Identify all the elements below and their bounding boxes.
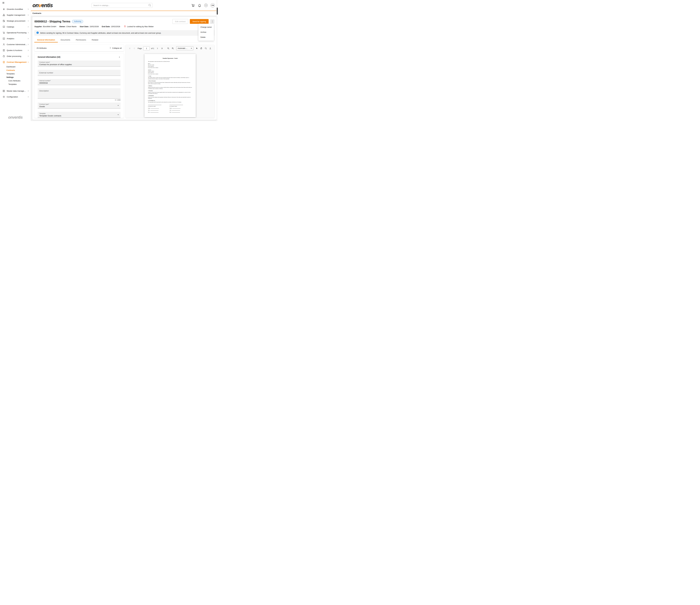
page-title: 00000012 - Shipping Terms: [34, 20, 70, 23]
sidebar-item-analytics[interactable]: Analytics: [0, 35, 31, 42]
notifications-bell-icon[interactable]: [198, 4, 201, 7]
info-icon: [36, 31, 39, 34]
sidebar-subitem-core-attributes[interactable]: Core Attributes: [0, 79, 31, 82]
pdf-section: 3. Delivery Supplier shall deliver goods…: [148, 85, 192, 89]
meta-value: Chloé Martin: [66, 25, 77, 28]
pdf-intro: This Agreement is made and entered into …: [148, 61, 192, 62]
contract-meta: Supplier:BüroWelt GmbH Owner:Chloé Marti…: [34, 25, 215, 28]
description-field[interactable]: Description: [38, 88, 121, 99]
tab-general-information[interactable]: General Information: [34, 38, 58, 43]
contract-card: 00000012 - Shipping Terms Authoring Edit…: [32, 17, 217, 120]
bar-chart-icon: [2, 37, 5, 40]
dropdown-caret-icon[interactable]: [118, 105, 119, 106]
search-input[interactable]: [92, 3, 152, 8]
template-select[interactable]: Template Template Goods contracts: [38, 112, 121, 118]
help-icon[interactable]: ?: [204, 4, 208, 7]
sidebar-subitem-dashboard[interactable]: Dashboard: [0, 65, 31, 69]
sidebar-item-strategic-procurement[interactable]: Strategic procurement: [0, 18, 31, 24]
menu-item-change-owner[interactable]: Change owner: [198, 25, 214, 30]
select-tool-icon[interactable]: [195, 47, 199, 50]
search-icon[interactable]: [148, 4, 151, 7]
sidebar-subitem-settings[interactable]: Settings: [0, 75, 31, 79]
book-icon: [2, 25, 5, 28]
section-collapse-button[interactable]: [118, 56, 121, 58]
collapse-all-icon: [109, 47, 111, 49]
pdf-viewport: Standard Agreement - Goods This Agreemen…: [126, 52, 215, 118]
sidebar-subitem-label: Templates: [8, 83, 17, 85]
sidebar-subitem-templates[interactable]: Templates: [0, 72, 31, 75]
document-search-icon[interactable]: [204, 47, 208, 50]
external-number-field[interactable]: External number: [38, 70, 121, 76]
download-icon[interactable]: [208, 47, 212, 50]
sidebar-subitem-contracts[interactable]: Contracts: [0, 69, 31, 72]
breadcrumb-label: Contracts: [32, 12, 41, 14]
section-header: General Information (10): [38, 56, 121, 58]
tab-documents[interactable]: Documents: [58, 38, 73, 43]
last-page-button[interactable]: [160, 47, 164, 50]
sidebar-item-label: Onventis AssistBee: [7, 8, 27, 10]
sidebar-item-label: Operational Purchasing: [7, 32, 27, 34]
description-counter: 0 / 1000: [38, 99, 121, 101]
sidebar-item-assistbee[interactable]: Onventis AssistBee: [0, 6, 31, 12]
zoom-mode-value: Automatic ...: [178, 47, 187, 49]
user-avatar[interactable]: CM: [210, 3, 215, 7]
collapse-all-button[interactable]: Collapse all: [109, 47, 122, 49]
zoom-mode-select[interactable]: Automatic ...: [176, 46, 193, 50]
more-actions-menu: Change owner Archive Delete: [198, 24, 214, 41]
sidebar-item-master-data[interactable]: Master data management: [0, 88, 31, 94]
sidebar-item-configuration[interactable]: Configuration: [0, 94, 31, 100]
next-page-button[interactable]: [155, 47, 159, 50]
page-number-input[interactable]: [143, 47, 150, 50]
more-actions-button[interactable]: ⋮: [210, 19, 215, 24]
dropdown-caret-icon[interactable]: [118, 115, 119, 115]
shopping-cart-icon[interactable]: [191, 3, 195, 7]
field-value: Template Goods contracts: [39, 115, 119, 117]
chevron-right-icon: [27, 55, 29, 57]
previous-page-button[interactable]: [132, 47, 136, 50]
sidebar-item-label: Supplier management: [7, 14, 27, 16]
sidebar-item-label: Analytics: [7, 38, 27, 40]
sidebar-item-catalogs[interactable]: Catalogs: [0, 24, 31, 30]
signature-column-buyer: For BüroWelt GmbH Name: Title: Date:: [148, 105, 161, 113]
hamburger-menu-button[interactable]: [0, 0, 31, 6]
menu-item-archive[interactable]: Archive: [198, 30, 214, 35]
zoom-out-icon[interactable]: [167, 47, 170, 50]
sidebar-item-order-processing[interactable]: Order processing: [0, 53, 31, 59]
onventis-logo[interactable]: onventis: [32, 2, 53, 8]
sidebar-item-customer-administration[interactable]: Customer Administration: [0, 42, 31, 47]
attributes-count: 29 Attributes: [36, 47, 47, 49]
pdf-section: 4. Warranty Supplier warrants that all g…: [148, 90, 192, 94]
chevron-right-icon: [27, 20, 29, 22]
internal-number-field[interactable]: Internal number* 00000034: [38, 79, 121, 85]
chevron-right-icon: [27, 44, 29, 45]
edit-contract-button[interactable]: Edit contract: [172, 19, 188, 24]
sidebar-item-operational-purchasing[interactable]: Operational Purchasing: [0, 30, 31, 35]
sidebar-item-supplier-management[interactable]: Supplier management: [0, 12, 31, 18]
scrollbar-track[interactable]: [217, 0, 218, 121]
tab-permissions[interactable]: Permissions: [73, 38, 89, 43]
menu-item-delete[interactable]: Delete: [198, 35, 214, 40]
sidebar-item-contract-management[interactable]: Contract Management: [0, 59, 31, 65]
contract-name-field[interactable]: Contract name* Contract for provision of…: [38, 60, 121, 67]
send-for-signing-button[interactable]: Send for signing: [190, 19, 208, 24]
sidebar-footer-logo: onventis: [0, 115, 31, 120]
zoom-in-icon[interactable]: [171, 47, 175, 50]
field-label: Template: [39, 113, 119, 114]
first-page-button[interactable]: [128, 47, 132, 50]
hand-tool-icon[interactable]: [200, 47, 203, 50]
field-label: Description: [39, 90, 49, 92]
document-pencil-icon: [2, 19, 5, 22]
layers-icon: [2, 89, 5, 92]
sidebar-item-quotes-auctions[interactable]: Quotes & Auctions: [0, 47, 31, 53]
pdf-section: 1. Scope The Supplier agrees to deliver …: [148, 75, 192, 79]
scrollbar-thumb[interactable]: [217, 7, 218, 15]
catalog-search: [92, 3, 152, 8]
meta-label: Owner:: [59, 25, 66, 28]
sidebar-subitem-label: Core Attributes: [8, 80, 21, 82]
contract-type-select[interactable]: Contract type* Goods: [38, 102, 121, 108]
sidebar-item-label: Catalogs: [7, 26, 27, 28]
field-value: Goods: [39, 105, 119, 107]
app-root: Onventis AssistBee Supplier management S…: [0, 0, 218, 121]
tab-related[interactable]: Related: [89, 38, 101, 43]
sidebar-subitem-settings-templates[interactable]: Templates: [0, 82, 31, 86]
